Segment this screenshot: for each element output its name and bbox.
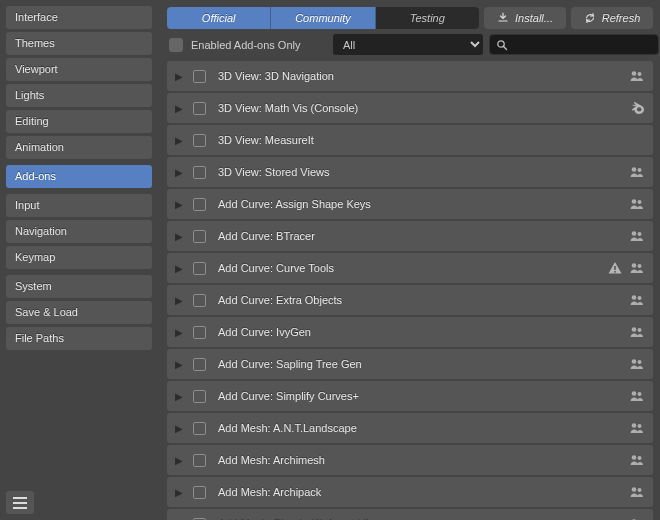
install-button[interactable]: Install...: [484, 7, 566, 29]
addon-enable-checkbox[interactable]: [193, 102, 206, 115]
svg-point-2: [632, 71, 637, 76]
addon-enable-checkbox[interactable]: [193, 326, 206, 339]
addon-enable-checkbox[interactable]: [193, 390, 206, 403]
sidebar-item-save-load[interactable]: Save & Load: [6, 301, 152, 324]
svg-point-23: [632, 423, 637, 428]
sidebar: InterfaceThemesViewportLightsEditingAnim…: [0, 0, 160, 520]
addon-row: ▶Add Curve: Simplify Curves+: [167, 381, 653, 411]
community-icon: [629, 484, 645, 500]
expand-triangle-icon[interactable]: ▶: [173, 423, 185, 434]
enabled-addons-only-toggle[interactable]: Enabled Add-ons Only: [167, 38, 327, 52]
addon-icons: [629, 324, 645, 340]
addon-row: ▶3D View: Math Vis (Console): [167, 93, 653, 123]
addon-enable-checkbox[interactable]: [193, 134, 206, 147]
addon-enable-checkbox[interactable]: [193, 294, 206, 307]
expand-triangle-icon[interactable]: ▶: [173, 135, 185, 146]
addon-row: ▶Add Curve: Assign Shape Keys: [167, 189, 653, 219]
addon-enable-checkbox[interactable]: [193, 262, 206, 275]
sidebar-item-navigation[interactable]: Navigation: [6, 220, 152, 243]
svg-point-16: [638, 296, 642, 300]
addon-enable-checkbox[interactable]: [193, 166, 206, 179]
expand-triangle-icon[interactable]: ▶: [173, 71, 185, 82]
community-icon: [629, 452, 645, 468]
addon-icons: [629, 164, 645, 180]
sidebar-item-file-paths[interactable]: File Paths: [6, 327, 152, 350]
support-testing[interactable]: Testing: [376, 7, 479, 29]
addon-name: Add Curve: Extra Objects: [214, 294, 621, 306]
addon-name: 3D View: Math Vis (Console): [214, 102, 621, 114]
expand-triangle-icon[interactable]: ▶: [173, 167, 185, 178]
svg-point-24: [638, 424, 642, 428]
addon-enable-checkbox[interactable]: [193, 230, 206, 243]
addon-name: 3D View: MeasureIt: [214, 134, 637, 146]
support-community[interactable]: Community: [271, 7, 375, 29]
svg-rect-12: [614, 271, 616, 273]
addon-icons: [629, 196, 645, 212]
sidebar-item-viewport[interactable]: Viewport: [6, 58, 152, 81]
search-input[interactable]: [514, 39, 652, 51]
search-icon: [496, 39, 508, 51]
addon-name: Add Curve: Sapling Tree Gen: [214, 358, 621, 370]
warning-icon: [607, 260, 623, 276]
sidebar-item-interface[interactable]: Interface: [6, 6, 152, 29]
addon-enable-checkbox[interactable]: [193, 422, 206, 435]
community-icon: [629, 324, 645, 340]
addon-icons: [629, 452, 645, 468]
addon-row: ▶3D View: 3D Navigation: [167, 61, 653, 91]
support-official[interactable]: Official: [167, 7, 271, 29]
addon-enable-checkbox[interactable]: [193, 198, 206, 211]
download-icon: [497, 12, 509, 24]
addon-name: Add Mesh: Archimesh: [214, 454, 621, 466]
svg-point-13: [632, 263, 637, 268]
sidebar-item-add-ons[interactable]: Add-ons: [6, 165, 152, 188]
addon-name: Add Mesh: Archipack: [214, 486, 621, 498]
sidebar-item-editing[interactable]: Editing: [6, 110, 152, 133]
sidebar-item-system[interactable]: System: [6, 275, 152, 298]
addon-icons: [629, 292, 645, 308]
addon-row: ▶Add Curve: Curve Tools: [167, 253, 653, 283]
expand-triangle-icon[interactable]: ▶: [173, 103, 185, 114]
svg-point-18: [638, 328, 642, 332]
expand-triangle-icon[interactable]: ▶: [173, 487, 185, 498]
addon-name: Add Curve: Simplify Curves+: [214, 390, 621, 402]
expand-triangle-icon[interactable]: ▶: [173, 359, 185, 370]
addon-enable-checkbox[interactable]: [193, 486, 206, 499]
sidebar-item-keymap[interactable]: Keymap: [6, 246, 152, 269]
addon-enable-checkbox[interactable]: [193, 454, 206, 467]
addon-name: 3D View: 3D Navigation: [214, 70, 621, 82]
hamburger-menu[interactable]: [6, 491, 34, 514]
svg-line-1: [504, 46, 507, 49]
addon-enable-checkbox[interactable]: [193, 70, 206, 83]
svg-point-14: [638, 264, 642, 268]
svg-point-21: [632, 391, 637, 396]
expand-triangle-icon[interactable]: ▶: [173, 295, 185, 306]
sidebar-item-lights[interactable]: Lights: [6, 84, 152, 107]
category-select[interactable]: All: [333, 34, 483, 55]
expand-triangle-icon[interactable]: ▶: [173, 231, 185, 242]
addon-row: ▶Add Mesh: Archipack: [167, 477, 653, 507]
sidebar-item-themes[interactable]: Themes: [6, 32, 152, 55]
addon-row: ▶3D View: Stored Views: [167, 157, 653, 187]
community-icon: [629, 164, 645, 180]
svg-point-10: [638, 232, 642, 236]
expand-triangle-icon[interactable]: ▶: [173, 263, 185, 274]
svg-point-8: [638, 200, 642, 204]
addon-row: ▶Add Mesh: BlenderKit Asset Library: [167, 509, 653, 520]
addon-icons: [629, 100, 645, 116]
expand-triangle-icon[interactable]: ▶: [173, 327, 185, 338]
sidebar-item-input[interactable]: Input: [6, 194, 152, 217]
sidebar-item-animation[interactable]: Animation: [6, 136, 152, 159]
addon-icons: [629, 420, 645, 436]
addon-name: Add Mesh: A.N.T.Landscape: [214, 422, 621, 434]
main: Official Community Testing Install... Re…: [160, 0, 660, 520]
blender-icon: [629, 100, 645, 116]
svg-point-22: [638, 392, 642, 396]
addon-name: Add Curve: IvyGen: [214, 326, 621, 338]
expand-triangle-icon[interactable]: ▶: [173, 455, 185, 466]
expand-triangle-icon[interactable]: ▶: [173, 199, 185, 210]
search-input-wrap[interactable]: [489, 34, 659, 55]
svg-point-27: [632, 487, 637, 492]
refresh-button[interactable]: Refresh: [571, 7, 653, 29]
expand-triangle-icon[interactable]: ▶: [173, 391, 185, 402]
addon-enable-checkbox[interactable]: [193, 358, 206, 371]
